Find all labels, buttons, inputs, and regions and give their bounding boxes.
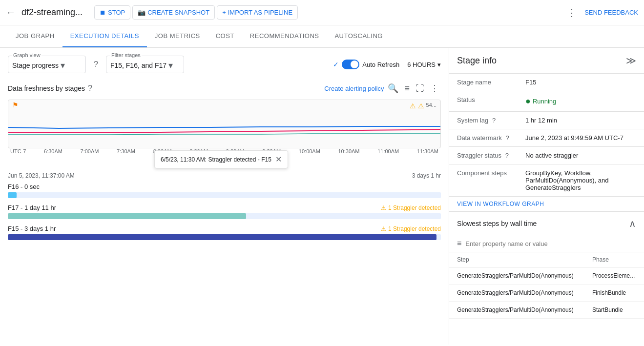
f17-straggler-badge: ⚠ 1 Straggler detected [381,204,441,211]
graph-view-value: Stage progress [12,61,59,69]
tooltip-box: 6/5/23, 11:30 AM: Straggler detected - F… [154,150,288,168]
back-button[interactable]: ← [6,7,16,18]
data-watermark-value: June 2, 2023 at 9:49:59 AM UTC-7 [518,129,644,147]
chart-search-icon[interactable]: 🔍 [386,81,400,96]
stage-info-header: Stage info ≫ [449,48,644,74]
tab-job-metrics[interactable]: JOB METRICS [147,25,208,47]
system-lag-label: System lag ? [449,112,518,129]
table-row-straggler-status: Straggler status ? No active straggler [449,147,644,164]
step-name: GenerateStragglers/ParMultiDo(Anonymous) [449,285,584,302]
job-title: df2-streaming... [21,7,83,18]
status-value: ● Running [518,91,644,112]
f17-bar-fill [8,213,246,219]
slowest-steps-section: Slowest steps by wall time ∧ ≡ Step Phas… [449,211,644,319]
warning-icon-2: ⚠ [418,102,424,110]
table-row: GenerateStragglers/ParMultiDo(Anonymous)… [449,285,644,302]
f17-bar-track [8,213,441,219]
graph-view-help-icon[interactable]: ? [94,60,98,69]
graph-view-label: Graph view [12,52,42,58]
hours-arrow: ▾ [437,61,441,68]
chart-title: Data freshness by stages [8,84,85,92]
filter-icon: ≡ [457,239,461,248]
chart-filter-icon[interactable]: ≡ [402,81,412,96]
more-button[interactable]: ⋮ [563,5,581,20]
straggler-status-value: No active straggler [518,147,644,164]
warning-label: 54... [426,102,436,110]
status-running: ● Running [525,96,636,106]
stop-button[interactable]: ⏹ STOP [94,5,130,20]
steps-table-header: Step Phase [449,252,644,267]
system-lag-value: 1 hr 12 min [518,112,644,129]
create-alert-link[interactable]: Create alerting policy [324,85,384,92]
auto-refresh-label: Auto Refresh [362,61,399,68]
filter-row: ≡ [449,235,644,252]
filter-stages-label: Filter stages [110,52,142,58]
tab-autoscaling[interactable]: AUTOSCALING [327,25,390,47]
f15-bar-track [8,234,441,240]
tooltip-close-button[interactable]: ✕ [275,155,282,164]
stage-info-table: Stage name F15 Status ● Running System l… [449,74,644,197]
send-feedback-button[interactable]: SEND FEEDBACK [584,9,638,16]
toggle-switch[interactable] [342,60,359,69]
phase-column-header: Phase [584,252,644,267]
status-dot: ● [525,96,531,106]
f16-label: F16 - 0 sec [8,183,40,190]
close-panel-button[interactable]: ≫ [626,55,636,66]
tooltip-text: 6/5/23, 11:30 AM: Straggler detected - F… [161,156,271,163]
f16-bar-track [8,192,441,198]
steps-table: Step Phase GenerateStragglers/ParMultiDo… [449,252,644,319]
tab-job-graph[interactable]: JOB GRAPH [8,25,62,47]
chart-header: Data freshness by stages ? Create alerti… [8,81,441,96]
table-row-data-watermark: Data watermark ? June 2, 2023 at 9:49:59… [449,129,644,147]
table-row-component-steps: Component steps GroupByKey, Workflow, Pa… [449,164,644,197]
graph-view-dropdown[interactable]: ▾ [61,60,65,71]
data-watermark-label: Data watermark ? [449,129,518,147]
filter-stages-field: Filter stages F15, F16, and F17 ▾ [106,56,184,73]
checkmark-icon: ✓ [333,61,339,68]
data-watermark-help-icon[interactable]: ? [505,134,509,142]
import-icon: + [222,9,226,16]
tab-recommendations[interactable]: RECOMMENDATIONS [242,25,327,47]
snapshot-icon: 📷 [138,9,145,16]
filter-stages-dropdown[interactable]: ▾ [168,60,173,71]
f15-bar-fill [8,234,436,240]
chart-more-icon[interactable]: ⋮ [428,81,441,96]
table-row: GenerateStragglers/ParMultiDo(Anonymous)… [449,302,644,319]
warning-icon-1: ⚠ [410,102,416,110]
toolbar-actions: ⏹ STOP 📷 CREATE SNAPSHOT + IMPORT AS PIP… [94,5,298,20]
stage-info-title: Stage info [457,56,497,66]
step-phase: ProcessEleme... [584,267,644,285]
component-steps-value: GroupByKey, Workflow, ParMultiDo(Anonymo… [518,164,644,197]
tab-execution-details[interactable]: EXECUTION DETAILS [62,25,147,47]
slowest-header[interactable]: Slowest steps by wall time ∧ [449,212,644,235]
stop-icon: ⏹ [100,9,106,16]
toolbar: ← df2-streaming... ⏹ STOP 📷 CREATE SNAPS… [0,0,644,25]
view-workflow-link[interactable]: VIEW IN WORKFLOW GRAPH [449,197,644,211]
tooltip-container: 6/5/23, 11:30 AM: Straggler detected - F… [8,148,441,168]
step-column-header: Step [449,252,584,267]
system-lag-help-icon[interactable]: ? [492,117,496,124]
expand-icon: ∧ [629,218,636,229]
table-row-status: Status ● Running [449,91,644,112]
import-button[interactable]: + IMPORT AS PIPELINE [217,5,298,20]
snapshot-button[interactable]: 📷 CREATE SNAPSHOT [132,5,215,20]
straggler-status-label: Straggler status ? [449,147,518,164]
main-layout: Graph view Stage progress ▾ ? Filter sta… [0,48,644,345]
table-row-system-lag: System lag ? 1 hr 12 min [449,112,644,129]
slowest-title: Slowest steps by wall time [457,220,537,227]
filter-input[interactable] [465,240,636,247]
tab-cost[interactable]: COST [208,25,242,47]
chart-help-icon[interactable]: ? [88,84,92,93]
hours-selector[interactable]: 6 HOURS ▾ [407,61,441,68]
step-name: GenerateStragglers/ParMultiDo(Anonymous) [449,302,584,319]
straggler-help-icon[interactable]: ? [505,152,509,159]
chart-fullscreen-icon[interactable]: ⛶ [414,81,426,96]
f16-bar-fill [8,192,17,198]
step-phase: FinishBundle [584,285,644,302]
stage-name-value: F15 [518,74,644,91]
status-label: Status [449,91,518,112]
chart-warnings: ⚠ ⚠ 54... [410,102,436,110]
bars-section: Jun 5, 2023, 11:37:00 AM 3 days 1 hr F16… [8,172,441,240]
auto-refresh-toggle[interactable]: ✓ Auto Refresh [333,60,399,69]
step-name: GenerateStragglers/ParMultiDo(Anonymous) [449,267,584,285]
